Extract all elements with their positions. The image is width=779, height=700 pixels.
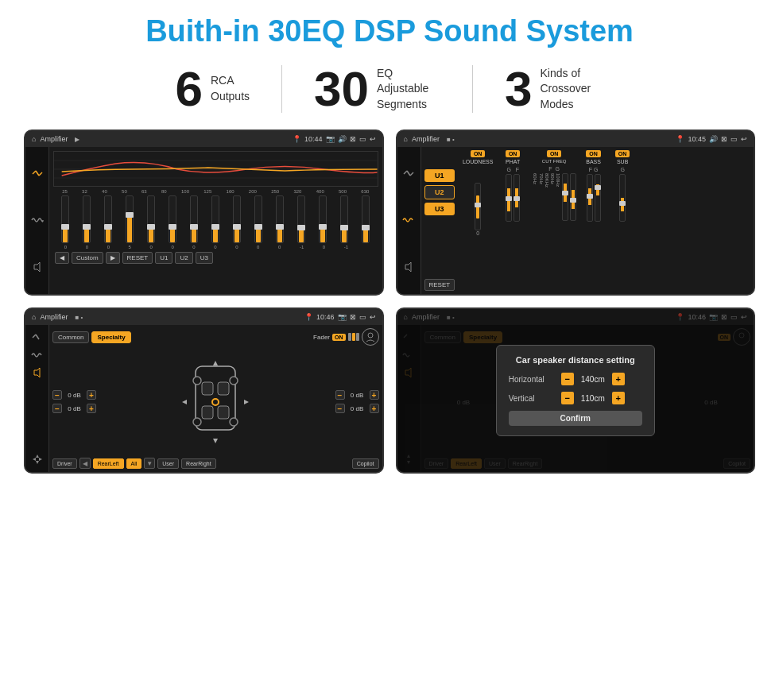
- slider-320[interactable]: [297, 195, 305, 243]
- phat-on: ON: [506, 150, 521, 157]
- rearright-btn[interactable]: RearRight: [181, 458, 216, 469]
- slider-250[interactable]: [276, 195, 284, 243]
- slider-80[interactable]: [169, 195, 176, 243]
- copilot-btn[interactable]: Copilot: [352, 458, 379, 469]
- svg-point-28: [230, 418, 238, 426]
- db-control-3: − 0 dB +: [335, 390, 379, 400]
- svg-marker-16: [33, 458, 36, 461]
- slider-100[interactable]: [190, 195, 198, 243]
- down-arrow-btn[interactable]: ▼: [144, 458, 155, 469]
- vertical-minus-btn[interactable]: −: [561, 392, 574, 404]
- eq-buttons: ◀ Custom ▶ RESET U1 U2 U3: [53, 249, 378, 266]
- eq-reset-btn[interactable]: RESET: [122, 252, 153, 264]
- dialog-screen: ⌂ Amplifier ■ • 📍10:46📷⊠▭↩: [396, 307, 756, 474]
- slider-500[interactable]: [340, 195, 348, 243]
- db-minus-3[interactable]: −: [335, 390, 345, 400]
- slider-630[interactable]: [362, 195, 370, 243]
- nav-wave-icon[interactable]: [29, 211, 46, 229]
- slider-25[interactable]: [61, 195, 69, 243]
- left-arrow-btn[interactable]: ◀: [79, 458, 91, 469]
- slider-40[interactable]: [104, 195, 112, 243]
- stat-eq-number: 30: [314, 64, 369, 114]
- horizontal-minus-btn[interactable]: −: [561, 373, 574, 385]
- nav-speaker-icon-2[interactable]: [400, 258, 417, 276]
- nav-speaker-icon-3[interactable]: [29, 364, 46, 381]
- svg-marker-31: [182, 400, 187, 404]
- home-icon[interactable]: ⌂: [32, 135, 36, 143]
- db-minus-2[interactable]: −: [52, 404, 62, 413]
- confirm-button[interactable]: Confirm: [509, 411, 642, 426]
- eq-prev-btn[interactable]: ◀: [55, 252, 69, 264]
- eq-u2-btn[interactable]: U2: [175, 252, 192, 264]
- eq-status-icons: 📍10:44📷🔊⊠▭↩: [293, 135, 376, 143]
- stat-rca-text: RCAOutputs: [211, 73, 250, 104]
- db-plus-2[interactable]: +: [87, 404, 96, 413]
- all-btn-2[interactable]: All: [126, 458, 142, 469]
- eq-play-btn[interactable]: ▶: [106, 252, 120, 264]
- nav-arrows-icon[interactable]: [29, 451, 46, 468]
- nav-wave-icon-2[interactable]: [400, 211, 417, 229]
- nav-eq-icon-2[interactable]: [400, 165, 417, 183]
- fader-main-area: Common Specialty Fader ON: [49, 325, 382, 472]
- stats-row: 6 RCAOutputs 30 EQ AdjustableSegments 3 …: [0, 56, 779, 126]
- vertical-plus-btn[interactable]: +: [612, 392, 625, 404]
- svg-marker-30: [213, 439, 218, 443]
- all-btn[interactable]: RearLeft: [93, 458, 124, 469]
- db-plus-4[interactable]: +: [370, 404, 379, 413]
- specialty-tab[interactable]: Specialty: [91, 331, 130, 343]
- db-val-3: 0 dB: [347, 392, 367, 399]
- crossover-screen: ⌂ Amplifier ■ • 📍10:45🔊⊠▭↩: [396, 130, 756, 296]
- svg-marker-17: [39, 458, 42, 461]
- home-icon-2[interactable]: ⌂: [404, 135, 408, 143]
- home-icon-3[interactable]: ⌂: [32, 313, 36, 321]
- common-tab[interactable]: Common: [52, 331, 89, 343]
- slider-63[interactable]: [147, 195, 155, 243]
- eq-app-name: Amplifier: [40, 135, 68, 143]
- fader-status-icons: 📍10:46📷⊠▭↩: [304, 313, 376, 321]
- db-plus-1[interactable]: +: [87, 390, 96, 400]
- u-buttons: U1 U2 U3 RESET: [424, 150, 459, 291]
- nav-speaker-icon[interactable]: [29, 258, 46, 276]
- db-plus-3[interactable]: +: [370, 390, 379, 400]
- crossover-reset-btn[interactable]: RESET: [424, 279, 455, 291]
- sub-on: ON: [615, 150, 630, 157]
- horizontal-plus-btn[interactable]: +: [612, 373, 625, 385]
- slider-400[interactable]: [319, 195, 327, 243]
- crossover-sections: ON LOUDNESS 0 ON: [462, 150, 750, 291]
- eq-side-nav: [25, 147, 49, 294]
- fader-left-controls: − 0 dB + − 0 dB +: [52, 349, 96, 454]
- fader-screen: ⌂ Amplifier ■ • 📍10:46📷⊠▭↩: [24, 307, 384, 474]
- nav-wave-icon-3[interactable]: [29, 346, 46, 364]
- driver-btn[interactable]: Driver: [52, 458, 77, 469]
- horizontal-row: Horizontal − 140cm +: [509, 373, 642, 385]
- slider-160[interactable]: [233, 195, 241, 243]
- crossover-content: U1 U2 U3 RESET ON LOUDNESS: [397, 147, 754, 294]
- u2-btn[interactable]: U2: [424, 185, 455, 199]
- eq-u3-btn[interactable]: U3: [196, 252, 213, 264]
- u1-btn[interactable]: U1: [424, 169, 455, 182]
- svg-marker-13: [34, 368, 40, 377]
- nav-eq-icon[interactable]: [29, 165, 46, 183]
- user-btn[interactable]: User: [157, 458, 179, 469]
- slider-50[interactable]: [126, 195, 134, 243]
- nav-eq-icon-3[interactable]: [29, 329, 46, 346]
- slider-32[interactable]: [83, 195, 91, 243]
- freq-labels: 253240506380100125160200250320400500630: [53, 189, 378, 194]
- slider-200[interactable]: [254, 195, 262, 243]
- bass-on: ON: [586, 150, 601, 157]
- fader-avatar[interactable]: [362, 328, 379, 346]
- db-minus-4[interactable]: −: [335, 404, 345, 413]
- svg-point-27: [193, 418, 201, 426]
- db-minus-1[interactable]: −: [52, 390, 62, 400]
- loudness-on: ON: [471, 150, 486, 157]
- svg-line-1: [36, 171, 39, 176]
- svg-marker-14: [36, 454, 39, 458]
- u3-btn[interactable]: U3: [424, 203, 455, 215]
- svg-marker-3: [34, 262, 40, 272]
- eq-u1-btn[interactable]: U1: [155, 252, 172, 264]
- crossover-status-icons: 📍10:45🔊⊠▭↩: [676, 135, 747, 143]
- svg-line-9: [410, 172, 413, 176]
- slider-125[interactable]: [211, 195, 219, 243]
- stat-crossover-text: Kinds ofCrossover Modes: [540, 66, 603, 113]
- stat-rca-number: 6: [176, 64, 203, 114]
